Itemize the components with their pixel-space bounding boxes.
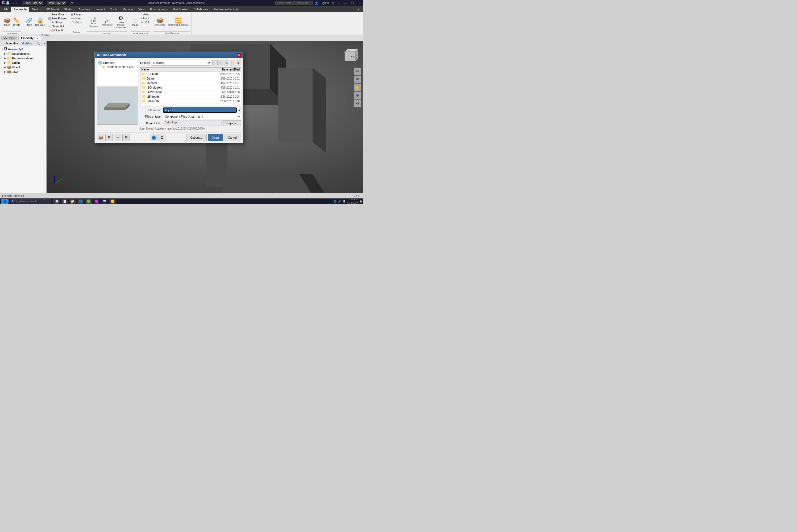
tab-sketch[interactable]: Sketch	[61, 7, 76, 12]
create-btn[interactable]: ✏️ Create	[12, 13, 21, 31]
tree-item-representations[interactable]: ▶ 📁 Representations	[3, 56, 46, 60]
show-sick-btn[interactable]: ⚠ Show Sick	[47, 25, 67, 28]
help-icon[interactable]: ?	[338, 1, 341, 5]
parameters-btn[interactable]: 𝑓𝑥 Parameters	[100, 13, 114, 31]
taskbar-app-autodesk[interactable]: 🟡	[109, 199, 116, 204]
quick-save-icon[interactable]: 💾	[6, 1, 10, 5]
doc-tab-assembly1[interactable]: Assembly1 ✕	[18, 36, 41, 40]
tree-item-origin[interactable]: ▶ 📁 Origin	[3, 60, 46, 65]
projects-btn[interactable]: Projects...	[223, 120, 241, 126]
place-btn[interactable]: 📦 Place	[3, 13, 12, 31]
plugin2-btn[interactable]: ⚙	[158, 134, 166, 141]
bill-of-materials-btn[interactable]: 📊 Bill of Materials	[87, 13, 100, 31]
free-move-btn[interactable]: ↕ Free Move	[47, 13, 67, 17]
show-btn[interactable]: 👁 Show	[47, 21, 67, 24]
pan-btn[interactable]: ✋	[354, 83, 361, 91]
filename-dropdown-arrow[interactable]: ▼	[238, 109, 241, 112]
file-row-50depth[interactable]: 📁 .50 depth 2/28/2020 11:18	[140, 99, 241, 103]
taskbar-app-onenote[interactable]: 🟣	[93, 199, 100, 204]
mirror-btn[interactable]: ⟺ Mirror	[70, 17, 83, 20]
start-button[interactable]: ⊞	[1, 199, 8, 204]
win-restore-btn[interactable]: ❐	[350, 1, 355, 5]
redo-btn[interactable]: ↪	[15, 1, 19, 5]
file-row-iso-models[interactable]: 📁 ISO Models 4/15/2020 11:01	[140, 86, 241, 90]
cancel-btn[interactable]: Cancel	[224, 134, 241, 141]
tab-environments[interactable]: Environments	[147, 7, 171, 12]
taskbar-app-task[interactable]: 🔲	[53, 199, 60, 204]
model-x-btn[interactable]: ✕	[1, 42, 3, 45]
relationships-expand-icon[interactable]: ▶	[4, 52, 6, 55]
tab-electromechanical[interactable]: Electromechanical	[211, 7, 240, 12]
zoom-btn[interactable]: ⊕	[354, 92, 361, 99]
shrinkwrap-substitute-btn[interactable]: 🔁 Shrinkwrap Substitute	[167, 13, 190, 31]
taskbar-app-chrome[interactable]: 🟢	[85, 199, 92, 204]
undo-btn[interactable]: ↩	[11, 1, 14, 5]
taskbar-app-explorer[interactable]: 📁	[69, 199, 76, 204]
tab-3dmodel[interactable]: 3D Model	[44, 7, 61, 12]
search-box[interactable]	[275, 1, 312, 5]
settings-nav-btn[interactable]: ⚙	[354, 99, 361, 107]
plus-btn[interactable]: +	[75, 1, 78, 5]
dialog-close-btn[interactable]: ✕	[237, 53, 241, 57]
jaw-expand-icon[interactable]: ▶	[4, 71, 6, 73]
nav-view-btn[interactable]: ≡	[236, 60, 241, 65]
ucs-btn[interactable]: ⊹ UCS	[140, 21, 150, 24]
tree-root-item[interactable]: ▼ 🏗 Assembly1	[0, 47, 46, 51]
root-expand-icon[interactable]: ▼	[1, 48, 3, 51]
sign-in-btn[interactable]: Sign In	[321, 2, 329, 4]
view-cube[interactable]: FRONT TOP RIGHT	[339, 44, 361, 65]
file-list[interactable]: Name Date modified 📁 ECO248 3/14/2020 11…	[140, 67, 241, 106]
panel-menu-icon[interactable]: ≡	[42, 42, 46, 45]
tab-assembly[interactable]: Assembly	[4, 42, 19, 45]
plugin1-btn[interactable]: 🔵	[150, 134, 157, 141]
options-btn[interactable]: Options...	[186, 134, 207, 141]
vice-expand-icon[interactable]: ▶	[4, 66, 6, 69]
file-row-25depth[interactable]: 📁 .25 depth 2/26/2020 11:08	[140, 94, 241, 99]
file-row-oldversions[interactable]: 📁 OldVersions 4/28/2020 7:08	[140, 90, 241, 94]
tab-get-started[interactable]: Get Started	[171, 7, 191, 12]
file-row-inventor[interactable]: 📁 Inventor 4/14/2020 10:21	[140, 81, 241, 86]
tab-collaborate[interactable]: Collaborate	[191, 7, 211, 12]
notifications-icon[interactable]: 🔔	[359, 200, 362, 203]
volume-icon[interactable]: 🔊	[338, 200, 341, 203]
tree-item-jaw1[interactable]: ▶ 📦 Jaw:1	[3, 70, 46, 74]
component-details-btn[interactable]: ⊞	[105, 134, 113, 141]
doc-tab-myhome[interactable]: My Home	[1, 36, 17, 40]
nav-search-btn[interactable]: 🔍	[224, 60, 229, 65]
file-row-gears[interactable]: 📁 Gears 2/19/2020 10:01	[140, 76, 241, 81]
tab-annotate[interactable]: Annotate	[76, 7, 93, 12]
material-dropdown[interactable]: Iron, Cast	[23, 1, 43, 5]
folder-libraries[interactable]: 🌐 Libraries	[98, 61, 137, 65]
viewport[interactable]: FRONT TOP RIGHT ↻ 👁 ✋ ⊕ ⚙ X Y Z	[46, 41, 363, 193]
point-btn[interactable]: · Point	[140, 17, 150, 20]
search-icon[interactable]: 🔍	[35, 42, 41, 45]
fx-icon[interactable]: 𝑓𝑥	[70, 1, 74, 5]
free-rotate-btn[interactable]: 🔄 Free Rotate	[47, 17, 67, 20]
tab-inspect[interactable]: Inspect	[93, 7, 108, 12]
filetype-dropdown[interactable]: Component Files (*.ipt; *.iam)	[163, 114, 241, 119]
ribbon-expand-btn[interactable]: ▲	[354, 7, 362, 12]
orbit-btn[interactable]: ↻	[354, 68, 361, 75]
win-close-btn[interactable]: ✕	[357, 1, 362, 5]
tab-file[interactable]: File	[1, 7, 11, 12]
copy-btn[interactable]: 📋 Copy	[70, 21, 83, 24]
nav-new-folder-btn[interactable]: 📁	[230, 60, 235, 65]
cart-icon[interactable]: 🛒	[331, 1, 336, 5]
origin-expand-icon[interactable]: ▶	[4, 61, 6, 64]
tab-design[interactable]: Design	[29, 7, 44, 12]
look-btn[interactable]: 👁	[354, 76, 361, 83]
file-row-eco248[interactable]: 📁 ECO248 3/14/2020 11:05	[140, 72, 241, 76]
nav-up-btn[interactable]: ↑	[218, 60, 224, 65]
taskbar-app-word[interactable]: W	[101, 199, 108, 204]
open-btn[interactable]: Open	[208, 134, 223, 141]
tree-item-vice1[interactable]: ▶ 📦 VIce:1	[3, 65, 46, 70]
network-icon[interactable]: 🌐	[334, 200, 337, 203]
tab-assemble[interactable]: Assemble	[11, 7, 29, 12]
tab-manage[interactable]: Manage	[120, 7, 136, 12]
tab-view[interactable]: View	[136, 7, 147, 12]
view-cube-svg[interactable]: FRONT TOP RIGHT	[339, 44, 361, 65]
tree-item-relationships[interactable]: ▶ 📁 Relationships	[3, 51, 46, 56]
taskbar-search[interactable]: 🔍 Type here to search	[10, 199, 52, 204]
hide-all-btn[interactable]: 🚫 Hide All	[47, 29, 67, 33]
look-in-dropdown[interactable]: Desktop	[152, 60, 211, 66]
